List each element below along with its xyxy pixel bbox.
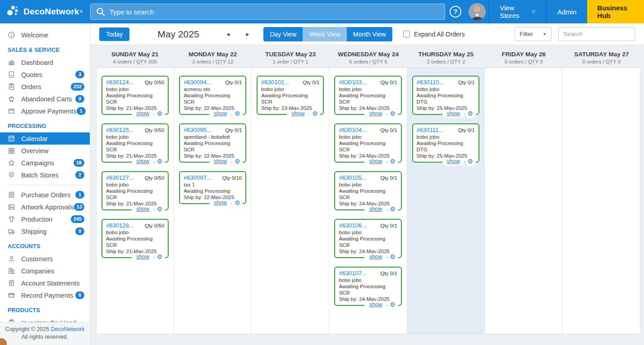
order-show-link[interactable]: show [132,205,154,213]
brand-logo[interactable]: DecoNetwork ® [0,4,90,20]
order-show-link[interactable]: show [132,253,154,261]
order-settings-gear-icon[interactable]: ⚙ [465,109,476,118]
order-method: SCR [106,146,164,153]
sidebar-item-abandoned-carts[interactable]: Abandoned Carts0 [0,93,90,105]
order-number-link[interactable]: #630124... [106,79,133,86]
sidebar-item-quotes[interactable]: Quotes3 [0,68,90,81]
sidebar-item-welcome[interactable]: Welcome [0,29,90,41]
filter-dropdown[interactable]: Filter ▼ [515,27,552,41]
sidebar-item-artwork-approvals[interactable]: Artwork Approvals13 [0,201,90,213]
order-number-link[interactable]: #630127... [106,175,133,181]
order-show-link[interactable]: show [209,110,231,118]
order-settings-gear-icon[interactable]: ⚙ [387,109,398,118]
order-status: Awaiting Processing [417,92,475,99]
view-button-day-view[interactable]: Day View [263,27,303,41]
order-card: #630104...Qty 0/1bobo joboAwaiting Proce… [334,123,401,163]
sidebar-item-approve-payments[interactable]: Approve Payments1 [0,105,90,117]
view-button-month-view[interactable]: Month View [347,27,392,41]
order-number-link[interactable]: #630102... [261,79,289,86]
sidebar-item-account-statements[interactable]: Account Statements [0,277,90,289]
sidebar-item-inventory-on-hand[interactable]: Inventory On Hand [0,317,90,322]
order-show-link[interactable]: show [287,110,309,118]
next-week-button[interactable]: ► [243,31,252,38]
order-method: DTG [417,146,475,153]
order-number-link[interactable]: #630128... [106,222,133,229]
sidebar-item-label: Abandoned Carts [21,95,72,103]
sidebar-item-purchase-orders[interactable]: Purchase Orders1 [0,189,90,201]
day-title: THURSDAY May 25 [407,51,485,58]
sidebar-item-calendar[interactable]: 17Calendar [0,132,90,145]
sidebar-item-batch-stores[interactable]: Batch Stores2 [0,169,90,181]
order-show-link[interactable]: show [209,158,231,166]
sidebar-item-shipping[interactable]: Shipping0 [0,225,90,237]
sidebar-item-dashboard[interactable]: Dashboard [0,56,90,68]
order-settings-gear-icon[interactable]: ⚙ [387,253,398,262]
count-badge: 0 [75,227,84,235]
order-number-link[interactable]: #630097... [184,175,211,181]
order-settings-gear-icon[interactable]: ⚙ [154,253,165,262]
day-header-saturday-may-27: SATURDAY May 270 orders / QTY 0 [563,51,640,64]
order-qty: Qty 0/50 [145,222,164,229]
order-settings-gear-icon[interactable]: ⚙ [232,199,243,208]
order-settings-gear-icon[interactable]: ⚙ [309,109,320,118]
sidebar-item-orders[interactable]: Orders232 [0,81,90,93]
help-button[interactable]: ? [445,0,466,23]
order-status: Awaiting Processing [106,188,164,194]
view-stores-label: View Stores [500,4,528,19]
order-number-link[interactable]: #630094... [184,79,211,86]
order-show-link[interactable]: show [132,110,154,118]
order-settings-gear-icon[interactable]: ⚙ [154,109,165,118]
order-show-link[interactable]: show [364,301,386,309]
business-hub-button[interactable]: Business Hub [587,0,644,23]
order-card: #630102...Qty 0/1bobo joboAwaiting Proce… [257,76,324,115]
user-menu[interactable] [466,0,489,23]
sidebar-item-campaigns[interactable]: Campaigns18 [0,157,90,169]
deconetwork-logo-icon [5,4,20,20]
clipboard-icon [8,319,16,322]
order-qty: Qty 0/10 [222,175,242,181]
order-show-link[interactable]: show [364,253,386,261]
sidebar-item-label: Companies [21,268,54,275]
prev-week-button[interactable]: ◄ [224,31,233,38]
order-number-link[interactable]: #630105... [339,175,366,181]
sidebar-item-production[interactable]: Production245 [0,213,90,225]
order-number-link[interactable]: #630111... [417,127,444,133]
wallet-icon [8,107,16,115]
view-button-week-view[interactable]: Week View [303,27,347,41]
order-show-link[interactable]: show [364,110,386,118]
today-button[interactable]: Today [99,27,129,41]
order-settings-gear-icon[interactable]: ⚙ [154,205,165,214]
order-number-link[interactable]: #630110... [417,79,444,86]
order-settings-gear-icon[interactable]: ⚙ [232,109,243,118]
order-qty: Qty 0/1 [380,127,397,133]
order-number-link[interactable]: #630104... [339,127,366,133]
order-status: Awaiting Processing [339,188,397,194]
order-number-link[interactable]: #630095... [184,127,211,133]
order-show-link[interactable]: show [364,158,386,166]
sidebar-item-overview[interactable]: Overview [0,145,90,157]
order-number-link[interactable]: #630103... [339,79,366,86]
order-settings-gear-icon[interactable]: ⚙ [154,157,165,166]
order-show-link[interactable]: show [442,158,465,166]
order-number-link[interactable]: #630107... [339,270,366,277]
global-search-input[interactable] [90,4,445,20]
order-settings-gear-icon[interactable]: ⚙ [387,300,398,309]
order-settings-gear-icon[interactable]: ⚙ [232,157,243,166]
admin-link[interactable]: Admin [547,0,588,23]
order-settings-gear-icon[interactable]: ⚙ [387,205,398,214]
order-settings-gear-icon[interactable]: ⚙ [465,157,476,166]
expand-all-orders-checkbox[interactable] [403,31,410,37]
order-show-link[interactable]: show [364,205,386,213]
order-settings-gear-icon[interactable]: ⚙ [387,157,398,166]
order-number-link[interactable]: #630125... [106,127,133,133]
view-stores-menu[interactable]: View Stores ▽ [489,0,546,23]
order-show-link[interactable]: show [132,158,154,166]
calendar-search-input[interactable] [558,27,635,41]
sidebar-item-customers[interactable]: Customers [0,253,90,265]
deconetwork-link[interactable]: DecoNetwork [51,326,84,332]
order-show-link[interactable]: show [209,199,231,207]
sidebar-item-record-payments[interactable]: Record Payments6 [0,289,90,301]
order-show-link[interactable]: show [442,110,465,118]
order-number-link[interactable]: #630106... [339,222,366,229]
sidebar-item-companies[interactable]: Companies [0,265,90,277]
